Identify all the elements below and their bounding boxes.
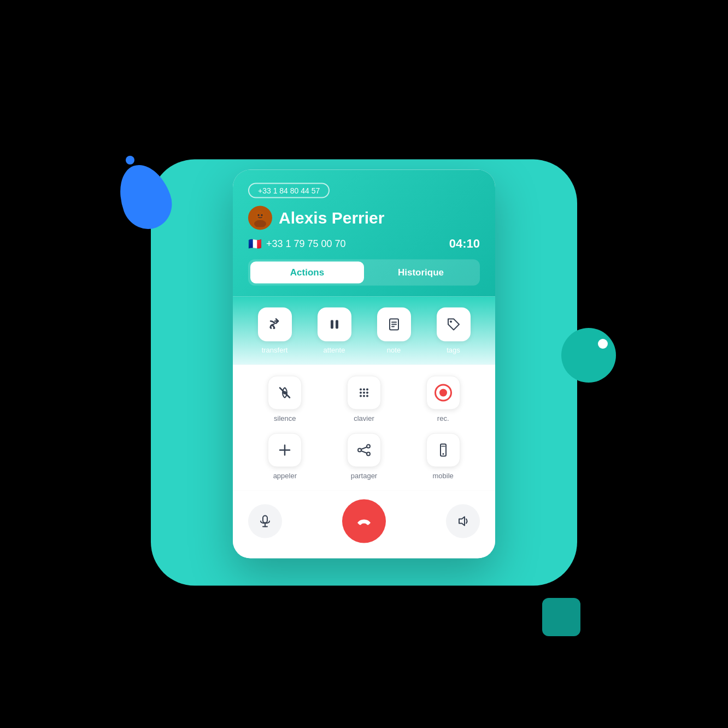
svg-point-1 (254, 220, 266, 227)
svg-point-27 (367, 453, 370, 456)
rec-button[interactable]: rec. (406, 376, 480, 422)
volume-icon (456, 514, 470, 529)
rec-inner (439, 389, 447, 397)
transfert-label: transfert (262, 346, 288, 354)
scene: +33 1 84 80 44 57 Alexis Perrier (0, 0, 728, 728)
deco-dot-blue (126, 156, 134, 165)
svg-point-14 (360, 389, 362, 391)
svg-rect-5 (331, 320, 333, 329)
rec-outer (435, 384, 452, 402)
volume-button[interactable] (446, 504, 480, 538)
svg-line-28 (361, 447, 367, 449)
deco-dot-white (598, 339, 608, 349)
partager-label: partager (351, 472, 377, 480)
tags-label: tags (447, 346, 460, 354)
caller-avatar (248, 206, 272, 230)
deco-circle-right (561, 328, 616, 383)
svg-point-22 (366, 395, 368, 397)
call-timer: 04:10 (449, 237, 480, 251)
svg-point-18 (363, 392, 365, 394)
note-button[interactable]: note (377, 308, 411, 354)
attente-icon-box (318, 308, 351, 342)
hangup-button[interactable] (342, 500, 386, 543)
svg-line-29 (361, 451, 367, 453)
attente-label: attente (324, 346, 345, 354)
mic-button[interactable] (248, 504, 282, 538)
action-buttons-row: transfert attente (248, 308, 480, 354)
clavier-label: clavier (354, 414, 374, 422)
avatar-icon (251, 209, 269, 227)
call-info-row: 🇫🇷 +33 1 79 75 00 70 04:10 (248, 237, 480, 251)
phone-card: +33 1 84 80 44 57 Alexis Perrier (233, 170, 495, 559)
tabs-row: Actions Historique (248, 260, 480, 286)
caller-row: Alexis Perrier (248, 206, 480, 230)
caller-phone-number: +33 1 79 75 00 70 (266, 238, 346, 249)
appeler-label: appeler (273, 472, 297, 480)
svg-rect-6 (336, 320, 338, 329)
mobile-icon-box (426, 433, 460, 467)
incoming-number: +33 1 84 80 44 57 (258, 186, 320, 195)
tags-button[interactable]: tags (437, 308, 471, 354)
note-icon-box (377, 308, 411, 342)
partager-icon (356, 443, 372, 458)
svg-point-15 (363, 389, 365, 391)
note-label: note (387, 346, 401, 354)
silence-button[interactable]: silence (248, 376, 322, 422)
secondary-section: silence (233, 365, 495, 491)
silence-icon (277, 385, 292, 401)
partager-button[interactable]: partager (327, 433, 401, 480)
mic-icon (258, 514, 272, 529)
tags-icon (446, 317, 461, 332)
clavier-icon (356, 385, 372, 401)
mobile-button[interactable]: mobile (406, 433, 480, 480)
svg-point-25 (367, 445, 370, 448)
deco-small-teal (542, 598, 580, 636)
svg-point-19 (366, 392, 368, 394)
card-header: +33 1 84 80 44 57 Alexis Perrier (233, 170, 495, 297)
svg-point-20 (360, 395, 362, 397)
svg-point-26 (358, 449, 361, 452)
svg-point-11 (450, 321, 452, 323)
tab-actions[interactable]: Actions (250, 262, 364, 284)
caller-phone: 🇫🇷 +33 1 79 75 00 70 (248, 237, 346, 250)
silence-icon-box (268, 376, 302, 410)
flag-icon: 🇫🇷 (248, 237, 262, 250)
svg-line-13 (280, 388, 290, 398)
svg-point-17 (360, 392, 362, 394)
secondary-grid: silence (248, 376, 480, 480)
svg-point-4 (261, 214, 263, 216)
svg-rect-33 (263, 516, 267, 523)
appeler-icon (277, 443, 292, 458)
mobile-label: mobile (433, 472, 454, 480)
transfert-icon (267, 317, 283, 332)
tab-historique[interactable]: Historique (364, 262, 478, 284)
call-controls (233, 491, 495, 559)
silence-label: silence (274, 414, 296, 422)
transfert-icon-box (258, 308, 292, 342)
appeler-icon-box (268, 433, 302, 467)
transfert-button[interactable]: transfert (258, 308, 292, 354)
attente-button[interactable]: attente (318, 308, 351, 354)
svg-point-21 (363, 395, 365, 397)
svg-point-3 (258, 214, 260, 216)
actions-section: transfert attente (233, 297, 495, 365)
svg-point-2 (256, 212, 264, 220)
hangup-icon (355, 512, 373, 531)
partager-icon-box (347, 433, 381, 467)
note-icon (386, 317, 402, 332)
caller-name: Alexis Perrier (279, 209, 384, 227)
appeler-button[interactable]: appeler (248, 433, 322, 480)
clavier-button[interactable]: clavier (327, 376, 401, 422)
rec-icon-box (426, 376, 460, 410)
attente-icon (327, 317, 342, 332)
svg-point-16 (366, 389, 368, 391)
rec-label: rec. (437, 414, 449, 422)
svg-point-31 (442, 453, 444, 455)
mobile-icon (436, 443, 451, 458)
incoming-number-badge: +33 1 84 80 44 57 (248, 183, 330, 198)
clavier-icon-box (347, 376, 381, 410)
tags-icon-box (437, 308, 471, 342)
